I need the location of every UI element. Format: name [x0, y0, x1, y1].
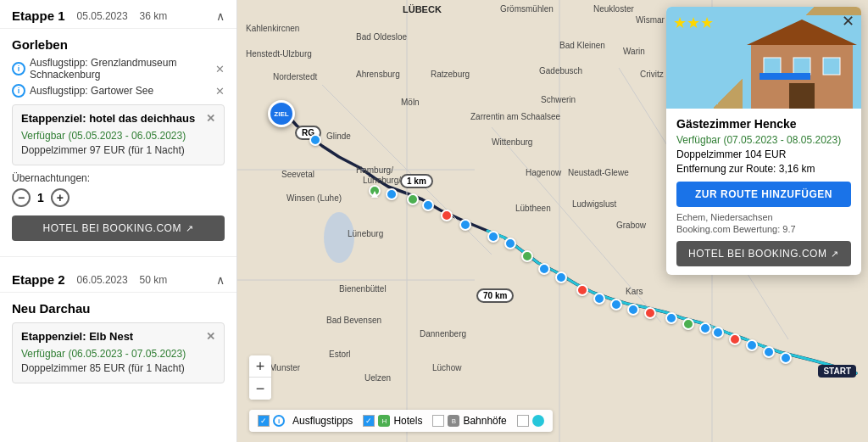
popup-close-btn[interactable]: ✕: [842, 12, 854, 31]
verfugbar2-label: Verfügbar: [21, 348, 65, 360]
map-legend: ✓ i Ausflugstipps ✓ H Hotels B Bahnhöfe: [249, 410, 553, 432]
popup-external-link-icon: ↗: [831, 249, 839, 260]
pin-2[interactable]: [386, 188, 398, 200]
hotels-checkbox[interactable]: ✓: [363, 415, 375, 427]
legend-bahnhofe[interactable]: B Bahnhöfe: [432, 415, 506, 427]
place-zarrentin: Zarrentin am Schaalsee: [470, 112, 560, 121]
place-ludwigslust: Ludwigslust: [572, 199, 616, 209]
pin-7[interactable]: [538, 263, 550, 275]
etappenziel2-close[interactable]: ✕: [206, 330, 215, 343]
pin-13[interactable]: [699, 322, 711, 334]
popup-doppelzimmer: Doppelzimmer 104 EUR: [676, 148, 851, 160]
pin-r1[interactable]: [441, 210, 453, 221]
place-norderstedt: Norderstedt: [273, 72, 317, 81]
place-badbevensen: Bad Bevensen: [326, 316, 381, 325]
zur-route-btn[interactable]: ZUR ROUTE HINZUFÜGEN: [676, 182, 851, 207]
bahnhofe-checkbox[interactable]: [432, 415, 444, 427]
map-zoom-controls: + −: [249, 355, 271, 400]
etappenziel1-box: Etappenziel: hotel das deichhaus ✕ Verfü…: [12, 104, 225, 165]
hotel-legend-icon: H: [378, 415, 390, 427]
pin-17[interactable]: [780, 352, 792, 364]
popup-booking-btn[interactable]: HOTEL BEI BOOKING.COM ↗: [676, 241, 851, 266]
legend-bahnhofe-label: Bahnhöfe: [463, 415, 506, 427]
pin-16[interactable]: [763, 346, 775, 358]
pin-6[interactable]: [504, 238, 516, 249]
tip2-close[interactable]: ✕: [215, 85, 225, 98]
popup-booking-label: HOTEL BEI BOOKING.COM: [688, 248, 826, 260]
ausflug-legend-icon: i: [273, 415, 285, 427]
place-badkleinen: Bad Kleinen: [559, 41, 605, 50]
ubernachtungen-label: Übernachtungen:: [12, 172, 225, 184]
doppelzimmer1: Doppelzimmer 97 EUR (für 1 Nacht): [21, 144, 215, 156]
zoom-in-btn[interactable]: +: [249, 355, 271, 378]
tip1-row: i Ausflugstipp: Grenzlandmuseum Schnacke…: [12, 57, 225, 81]
etappe1-chevron[interactable]: ∧: [216, 9, 225, 23]
svg-point-1: [324, 212, 354, 263]
verfugbar2: Verfügbar (06.05.2023 - 07.05.2023): [21, 348, 215, 360]
place-kahlenkircnen: Kahlenkircnen: [246, 24, 299, 33]
counter-minus[interactable]: −: [12, 188, 31, 207]
pin-5[interactable]: [487, 231, 499, 243]
doppelzimmer2: Doppelzimmer 85 EUR (für 1 Nacht): [21, 362, 215, 374]
place-neukloster: Neukloster: [593, 4, 634, 14]
place-lubeck: LÜBECK: [403, 4, 442, 14]
verfugbar2-date: (06.05.2023 - 07.05.2023): [68, 348, 186, 360]
pin-home2[interactable]: [407, 193, 419, 205]
etappe2-km: 50 km: [140, 274, 168, 286]
counter-plus[interactable]: +: [51, 188, 70, 207]
pin-1[interactable]: [309, 134, 321, 146]
pin-3[interactable]: [422, 199, 434, 211]
map-area[interactable]: LÜBECK Grömsmühlen Neukloster Wismar Kah…: [237, 0, 868, 442]
legend-ausflugstipps[interactable]: ✓ i Ausflugstipps: [258, 415, 353, 427]
pin-r3[interactable]: [644, 307, 656, 319]
place-seevetal: Seevetal: [281, 170, 314, 179]
pin-home4[interactable]: [682, 318, 694, 330]
legend-hotels[interactable]: ✓ H Hotels: [363, 415, 422, 427]
etappe1-header: Etappe 1 05.05.2023 36 km ∧: [0, 0, 236, 29]
place-crivitz: Crivitz: [640, 70, 664, 79]
place-bienenbuttel: Bienenbüttel: [339, 284, 387, 294]
place-badoldesloe: Bad Oldesloe: [356, 32, 407, 42]
pin-r2[interactable]: [576, 284, 588, 296]
pin-8[interactable]: [555, 271, 567, 283]
zur-route-label: ZUR ROUTE HINZUFÜGEN: [695, 188, 832, 200]
hotel-popup-card: ✕ ★★★ Gästezimmer H: [666, 7, 861, 275]
popup-body: Gästezimmer Hencke Verfügbar (07.05.2023…: [666, 109, 861, 275]
ausflugstipps-checkbox[interactable]: ✓: [258, 415, 270, 427]
pin-15[interactable]: [746, 339, 758, 351]
etappenziel2-box: Etappenziel: Elb Nest ✕ Verfügbar (06.05…: [12, 322, 225, 383]
pin-14[interactable]: [712, 327, 724, 338]
70km-badge: 70 km: [476, 288, 514, 303]
etappe1-date: 05.05.2023: [77, 10, 128, 22]
counter-value: 1: [37, 191, 44, 204]
verfugbar1-label: Verfügbar: [21, 130, 65, 142]
pin-9[interactable]: [593, 293, 605, 305]
pin-4[interactable]: [459, 219, 471, 231]
pin-11[interactable]: [627, 304, 639, 316]
extra-checkbox[interactable]: [517, 415, 529, 427]
etappe1-title: Etappe 1: [12, 8, 65, 23]
etappe1-location: Gorleben: [12, 37, 225, 52]
pin-home3[interactable]: [521, 250, 533, 262]
hotel-icon-symbol: H: [381, 417, 387, 425]
place-hamburg: Hamburg/: [356, 165, 393, 175]
tip2-label: Ausflugstipp: Gartower See: [30, 85, 153, 97]
zoom-out-btn[interactable]: −: [249, 378, 271, 400]
legend-extra: [517, 415, 544, 427]
popup-verfugbar-label: Verfügbar: [676, 134, 721, 146]
popup-hotel-image: ★★★: [666, 7, 861, 109]
pin-r4[interactable]: [729, 333, 741, 345]
tip1-close[interactable]: ✕: [215, 63, 225, 76]
pin-12[interactable]: [665, 312, 677, 324]
pin-home1[interactable]: [369, 185, 381, 197]
etappenziel1-row: Etappenziel: hotel das deichhaus ✕: [21, 112, 215, 125]
ausflug-icon2: i: [12, 84, 25, 98]
etappenziel1-close[interactable]: ✕: [206, 112, 215, 125]
booking-btn1[interactable]: HOTEL BEI BOOKING.COM ↗: [12, 215, 225, 241]
pin-10[interactable]: [610, 299, 622, 311]
etappe2-chevron[interactable]: ∧: [216, 273, 225, 287]
etappenziel1-label: Etappenziel: hotel das deichhaus: [21, 112, 195, 125]
booking-btn1-label: HOTEL BEI BOOKING.COM: [43, 222, 181, 234]
etappenziel2-label: Etappenziel: Elb Nest: [21, 330, 133, 343]
verfugbar1: Verfügbar (05.05.2023 - 06.05.2023): [21, 130, 215, 142]
